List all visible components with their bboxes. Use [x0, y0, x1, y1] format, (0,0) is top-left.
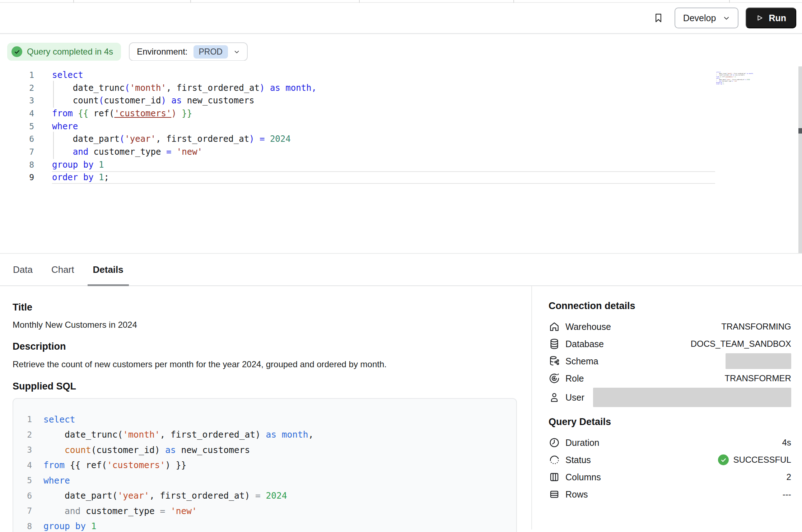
editor-line[interactable]: 2 date_trunc('month', first_ordered_at) …	[0, 81, 802, 94]
sql-editor[interactable]: 1select2 date_trunc('month', first_order…	[0, 61, 802, 253]
editor-minimap[interactable]: select date_trunc('month', first_ordered…	[716, 71, 802, 123]
editor-line[interactable]: 9order by 1;	[0, 171, 802, 184]
develop-button[interactable]: Develop	[675, 8, 739, 28]
tab-separator	[73, 0, 74, 3]
tab-separator	[729, 0, 730, 3]
code-line: where	[43, 475, 70, 486]
line-number: 2	[0, 83, 34, 93]
schema-label: Schema	[565, 356, 598, 367]
line-number: 5	[0, 122, 34, 131]
line-number: 2	[13, 430, 32, 439]
supplied-sql-block: 1select2 date_trunc('month', first_order…	[13, 398, 517, 532]
query-status-text: Query completed in 4s	[27, 47, 113, 57]
run-button[interactable]: Run	[746, 8, 796, 28]
role-label: Role	[565, 373, 584, 384]
sql-card-line: 7 and customer_type = 'new'	[13, 503, 516, 519]
database-value: DOCS_TEAM_SANDBOX	[691, 339, 791, 349]
line-number: 4	[0, 109, 34, 118]
supplied-sql-heading: Supplied SQL	[13, 381, 517, 392]
duration-label: Duration	[565, 438, 600, 448]
sql-card-line: 3 count(customer_id) as new_customers	[13, 442, 516, 458]
editor-line[interactable]: 7 and customer_type = 'new'	[0, 145, 802, 158]
editor-line[interactable]: 6 date_part('year', first_ordered_at) = …	[0, 132, 802, 145]
role-value: TRANSFORMER	[724, 373, 791, 383]
warehouse-value: TRANSFORMING	[721, 322, 791, 332]
bookmark-icon[interactable]	[653, 12, 664, 24]
database-icon	[549, 338, 560, 350]
tab-data[interactable]: Data	[8, 254, 38, 285]
title-value: Monthly New Customers in 2024	[13, 320, 517, 330]
columns-value: 2	[786, 472, 791, 482]
connection-rows: WarehouseTRANSFORMINGDatabaseDOCS_TEAM_S…	[549, 318, 791, 408]
code-line[interactable]: select	[52, 69, 715, 81]
develop-button-label: Develop	[683, 13, 716, 23]
editor-scrollbar[interactable]	[798, 66, 802, 253]
line-number: 3	[13, 445, 32, 454]
role-icon	[549, 373, 560, 384]
code-line[interactable]: order by 1;	[52, 171, 715, 184]
environment-value-badge: PROD	[193, 45, 228, 59]
code-line: date_trunc('month', first_ordered_at) as…	[43, 429, 313, 440]
schema-icon	[549, 355, 560, 367]
details-pane: Title Monthly New Customers in 2024 Desc…	[0, 286, 802, 529]
query-details-heading: Query Details	[549, 416, 791, 428]
chevron-down-icon	[723, 15, 730, 22]
sql-card-line: 8group by 1	[13, 519, 516, 532]
description-heading: Description	[13, 341, 517, 352]
run-button-label: Run	[769, 13, 786, 23]
code-line: and customer_type = 'new'	[43, 506, 197, 516]
columns-row: Columns2	[549, 468, 791, 486]
editor-line[interactable]: 3 count(customer_id) as new_customers	[0, 94, 802, 107]
warehouse-label: Warehouse	[565, 322, 611, 332]
sql-editor-lines: 1select2 date_trunc('month', first_order…	[0, 69, 802, 184]
environment-label: Environment:	[137, 47, 187, 57]
clock-icon	[549, 437, 560, 448]
editor-line[interactable]: 1select	[0, 69, 802, 81]
code-line[interactable]: where	[52, 120, 715, 133]
status-label: Status	[565, 455, 591, 465]
line-number: 7	[13, 506, 32, 515]
play-icon	[756, 14, 764, 22]
line-number: 8	[0, 160, 34, 169]
code-line[interactable]: count(customer_id) as new_customers	[52, 94, 715, 107]
code-line[interactable]: date_trunc('month', first_ordered_at) as…	[52, 81, 715, 94]
editor-scrollbar-thumb[interactable]	[798, 128, 802, 134]
database-row: DatabaseDOCS_TEAM_SANDBOX	[549, 335, 791, 353]
code-line[interactable]: date_part('year', first_ordered_at) = 20…	[52, 132, 715, 145]
environment-select[interactable]: Environment: PROD	[129, 42, 248, 61]
success-check-icon	[718, 454, 729, 465]
line-number: 1	[0, 70, 34, 80]
line-number: 6	[13, 491, 32, 500]
tab-separator	[513, 0, 514, 3]
code-line[interactable]: group by 1	[52, 158, 715, 171]
code-line: group by 1	[43, 521, 97, 531]
user-row: User	[549, 387, 791, 408]
editor-line[interactable]: 5where	[0, 120, 802, 133]
code-line[interactable]: and customer_type = 'new'	[52, 145, 715, 158]
query-status-badge: Query completed in 4s	[7, 43, 121, 61]
tab-chart[interactable]: Chart	[46, 254, 80, 285]
code-line: select	[43, 414, 75, 425]
editor-line[interactable]: 8group by 1	[0, 158, 802, 171]
user-icon	[549, 392, 560, 403]
spinner-icon	[549, 454, 560, 466]
line-number: 8	[13, 522, 32, 531]
database-label: Database	[565, 339, 604, 349]
code-line: date_part('year', first_ordered_at) = 20…	[43, 490, 287, 501]
duration-row: Duration4s	[549, 434, 791, 451]
code-line[interactable]: from {{ ref('customers') }}	[52, 107, 715, 120]
query-details-rows: Duration4sStatusSUCCESSFULColumns2Rows--…	[549, 434, 791, 503]
tab-details[interactable]: Details	[88, 254, 129, 285]
user-redacted-value	[593, 388, 791, 407]
tab-separator	[359, 0, 360, 3]
browser-tab-strip	[0, 0, 802, 3]
home-icon	[549, 321, 560, 332]
editor-line[interactable]: 4from {{ ref('customers') }}	[0, 107, 802, 120]
header-bar: Develop Run	[0, 3, 802, 34]
sql-card-line: 5where	[13, 473, 516, 488]
title-heading: Title	[13, 302, 517, 313]
line-number: 9	[0, 173, 34, 182]
warehouse-row: WarehouseTRANSFORMING	[549, 318, 791, 335]
status-row: StatusSUCCESSFUL	[549, 451, 791, 468]
role-row: RoleTRANSFORMER	[549, 370, 791, 387]
